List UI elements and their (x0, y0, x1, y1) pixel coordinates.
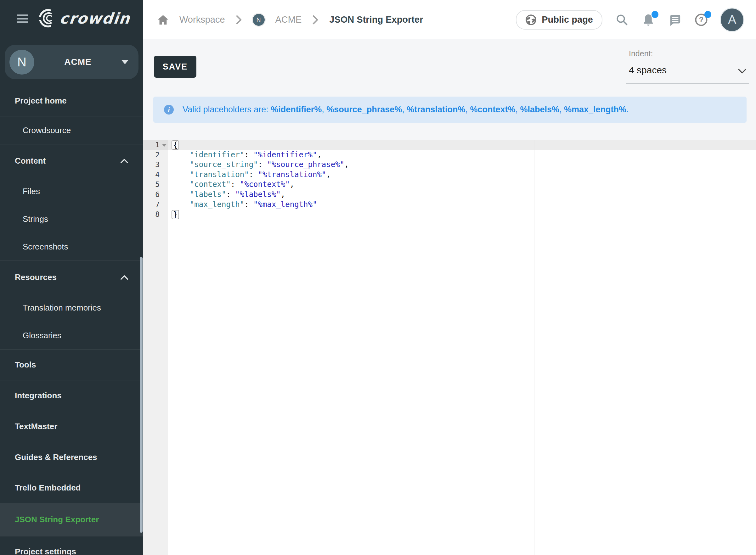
indent-label: Indent: (629, 49, 653, 58)
sidebar-item-project-settings[interactable]: Project settings (0, 536, 143, 555)
header: Workspace N ACME JSON String Exporter (143, 0, 756, 39)
chevron-up-icon (120, 275, 128, 280)
sidebar-item-label: Screenshots (0, 242, 68, 252)
header-actions: Public page (516, 8, 744, 31)
sidebar-item-label: Integrations (0, 391, 62, 400)
sidebar-item-guides-references[interactable]: Guides & References (0, 442, 143, 473)
crowdin-logo[interactable]: crowdin (38, 9, 130, 28)
info-icon: i (164, 105, 174, 115)
sidebar-item-resources[interactable]: Resources (0, 260, 143, 294)
code-line-1: { (168, 140, 756, 150)
project-badge[interactable]: N (253, 14, 265, 26)
breadcrumb-workspace[interactable]: Workspace (179, 14, 225, 25)
indent-value: 4 spaces (629, 65, 667, 76)
gutter-line-number[interactable]: 7 (143, 200, 168, 210)
sidebar-item-label: Project settings (0, 547, 76, 555)
code-line-3: "source_string": "%source_phrase%", (168, 160, 756, 170)
code-line-2: "identifier": "%identifier%", (168, 150, 756, 160)
home-icon[interactable] (157, 14, 169, 25)
sidebar-item-label: Glossaries (0, 331, 61, 340)
indent-select[interactable]: Indent: 4 spaces (626, 47, 749, 84)
help-badge-dot (704, 11, 711, 18)
sidebar-item-label: Tools (0, 360, 36, 370)
code-line-4: "translation": "%translation%", (168, 170, 756, 180)
sidebar-item-strings[interactable]: Strings (0, 205, 143, 233)
gutter-line-number[interactable]: 4 (143, 170, 168, 180)
user-avatar[interactable]: A (721, 8, 744, 31)
code-line-8: } (168, 210, 756, 220)
code-line-6: "labels": "%labels%", (168, 190, 756, 200)
sidebar-item-files[interactable]: Files (0, 177, 143, 205)
sidebar-item-crowdsource[interactable]: Crowdsource (0, 116, 143, 144)
sidebar-item-label: Content (0, 156, 46, 166)
editor-gutter: 12345678 (143, 140, 168, 555)
sidebar-item-trello-embedded[interactable]: Trello Embedded (0, 473, 143, 503)
messages-button[interactable] (668, 13, 682, 27)
sidebar-item-label: JSON String Exporter (0, 515, 99, 524)
sidebar-menu: Project homeCrowdsourceContentFilesStrin… (0, 86, 143, 555)
sidebar-item-content[interactable]: Content (0, 144, 143, 177)
gutter-line-number[interactable]: 1 (143, 140, 168, 150)
sidebar-item-tools[interactable]: Tools (0, 349, 143, 380)
chevron-up-icon (120, 159, 128, 163)
project-avatar: N (9, 50, 34, 75)
sidebar-item-screenshots[interactable]: Screenshots (0, 233, 143, 260)
help-button[interactable]: ? (694, 13, 708, 27)
code-editor[interactable]: 12345678 { "identifier": "%identifier%",… (143, 140, 756, 555)
chevron-right-icon (236, 15, 242, 25)
gutter-line-number[interactable]: 3 (143, 160, 168, 170)
public-page-label: Public page (542, 14, 593, 25)
sidebar-item-textmaster[interactable]: TextMaster (0, 411, 143, 442)
gutter-line-number[interactable]: 8 (143, 210, 168, 220)
search-button[interactable] (615, 13, 629, 27)
project-selector[interactable]: N ACME (5, 45, 138, 79)
sidebar-item-project-home[interactable]: Project home (0, 86, 143, 116)
sidebar-item-label: TextMaster (0, 422, 57, 431)
chevron-down-icon (738, 69, 747, 74)
sidebar-item-label: Files (0, 186, 40, 196)
project-name: ACME (34, 57, 122, 67)
globe-icon (525, 14, 537, 26)
code-line-5: "context": "%context%", (168, 180, 756, 190)
app-root: crowdin Workspace N ACME JSON String Exp… (0, 0, 756, 555)
public-page-button[interactable]: Public page (516, 10, 602, 30)
breadcrumb-project[interactable]: ACME (276, 14, 302, 25)
topbar-left: crowdin (0, 0, 143, 39)
sidebar-item-label: Resources (0, 272, 57, 282)
sidebar-item-label: Translation memories (0, 303, 101, 313)
gutter-line-number[interactable]: 2 (143, 150, 168, 160)
caret-down-icon (122, 60, 128, 64)
sidebar-item-integrations[interactable]: Integrations (0, 380, 143, 411)
code-line-7: "max_length": "%max_length%" (168, 200, 756, 210)
main-content: SAVE Indent: 4 spaces i Valid placeholde… (143, 39, 756, 555)
sidebar: N ACME Project homeCrowdsourceContentFil… (0, 39, 143, 555)
svg-text:?: ? (699, 15, 704, 24)
fold-caret-icon[interactable] (162, 144, 167, 146)
sidebar-item-json-string-exporter[interactable]: JSON String Exporter (0, 503, 143, 536)
save-button[interactable]: SAVE (154, 56, 197, 78)
sidebar-item-label: Crowdsource (0, 126, 71, 135)
hamburger-menu-icon[interactable] (17, 14, 28, 23)
notification-badge-dot (652, 11, 659, 18)
info-banner-text: Valid placeholders are: %identifier%, %s… (182, 105, 629, 115)
sidebar-item-label: Strings (0, 214, 48, 224)
notifications-button[interactable] (641, 13, 655, 27)
sidebar-scrollbar[interactable] (140, 257, 142, 533)
sidebar-item-label: Guides & References (0, 453, 97, 462)
sidebar-item-glossaries[interactable]: Glossaries (0, 322, 143, 349)
chevron-right-icon (312, 15, 319, 25)
sidebar-item-translation-memories[interactable]: Translation memories (0, 294, 143, 322)
gutter-line-number[interactable]: 6 (143, 190, 168, 200)
breadcrumb: Workspace N ACME JSON String Exporter (143, 14, 423, 26)
sidebar-item-label: Trello Embedded (0, 483, 81, 493)
crowdin-wordmark: crowdin (59, 10, 131, 27)
gutter-line-number[interactable]: 5 (143, 180, 168, 190)
editor-code-area[interactable]: { "identifier": "%identifier%", "source_… (168, 140, 756, 555)
page-title: JSON String Exporter (329, 14, 423, 25)
crowdin-bird-icon (38, 9, 57, 28)
info-banner: i Valid placeholders are: %identifier%, … (153, 97, 747, 123)
sidebar-item-label: Project home (0, 96, 67, 106)
